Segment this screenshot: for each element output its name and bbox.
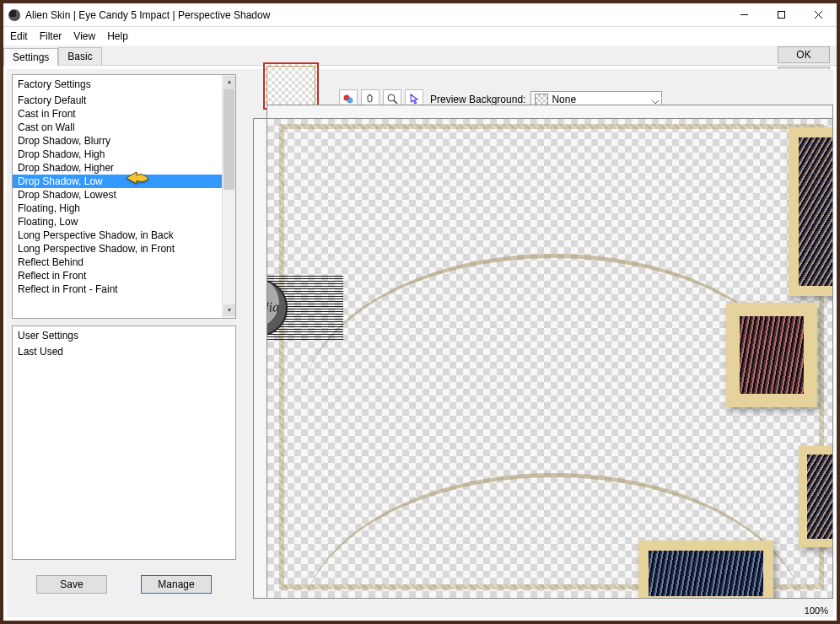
tab-basic[interactable]: Basic: [58, 47, 101, 65]
artwork-picture: [799, 446, 833, 547]
artwork-picture: [789, 127, 833, 296]
svg-rect-1: [778, 12, 784, 19]
preview-canvas[interactable]: claudia: [267, 118, 833, 599]
save-button[interactable]: Save: [36, 575, 107, 594]
close-button[interactable]: [800, 4, 837, 26]
tab-settings[interactable]: Settings: [3, 48, 58, 66]
list-item[interactable]: Cast on Wall: [13, 121, 235, 134]
right-panel: Preview Background: None: [245, 69, 833, 617]
ruler-vertical: [253, 118, 267, 599]
list-item[interactable]: Drop Shadow, Low: [13, 175, 235, 188]
scroll-thumb[interactable]: [223, 89, 234, 190]
bottom-buttons: Save Manage: [12, 575, 236, 594]
list-item[interactable]: Floating, Low: [13, 215, 235, 229]
watermark-text: claudia: [267, 299, 279, 316]
menu-edit[interactable]: Edit: [10, 30, 28, 42]
svg-point-6: [388, 94, 395, 101]
factory-settings-list[interactable]: Factory Settings Factory DefaultCast in …: [12, 74, 236, 319]
menubar: Edit Filter View Help: [3, 27, 837, 46]
maximize-button[interactable]: [762, 4, 800, 26]
titlebar: Alien Skin | Eye Candy 5 Impact | Perspe…: [3, 3, 837, 27]
svg-line-7: [394, 100, 397, 104]
scroll-down-icon[interactable]: ▾: [223, 304, 235, 316]
window-title: Alien Skin | Eye Candy 5 Impact | Perspe…: [25, 9, 725, 21]
list-item[interactable]: Reflect in Front: [13, 269, 235, 282]
scrollbar[interactable]: ▴ ▾: [222, 75, 235, 318]
factory-settings-header: Factory Settings: [13, 75, 235, 94]
preview-thumbnail[interactable]: [263, 62, 319, 110]
list-item[interactable]: Drop Shadow, High: [13, 148, 235, 161]
menu-view[interactable]: View: [73, 30, 95, 42]
list-item[interactable]: Reflect Behind: [13, 256, 235, 269]
scroll-up-icon[interactable]: ▴: [223, 76, 235, 88]
list-item[interactable]: Drop Shadow, Blurry: [13, 134, 235, 148]
list-item[interactable]: Drop Shadow, Higher: [13, 161, 235, 175]
menu-filter[interactable]: Filter: [40, 30, 62, 42]
list-item[interactable]: Reflect in Front - Faint: [13, 282, 235, 296]
preview-bg-value: None: [552, 94, 576, 105]
tabs-row: Settings Basic OK Cancel: [3, 46, 837, 66]
window-buttons: [725, 4, 837, 26]
artwork-picture: [726, 303, 817, 407]
artwork-picture: [638, 541, 773, 599]
list-item[interactable]: Floating, High: [13, 202, 235, 215]
manage-button[interactable]: Manage: [141, 575, 212, 594]
user-settings-list[interactable]: User Settings Last Used: [12, 325, 236, 560]
app-icon: [8, 9, 20, 21]
menu-help[interactable]: Help: [107, 30, 128, 42]
chevron-down-icon: [652, 96, 659, 103]
list-item[interactable]: Drop Shadow, Lowest: [13, 188, 235, 202]
checker-swatch-icon: [535, 94, 548, 105]
list-item[interactable]: Cast in Front: [13, 107, 235, 121]
minimize-button[interactable]: [725, 4, 762, 26]
ruler-horizontal: [267, 105, 833, 118]
left-panel: Factory Settings Factory DefaultCast in …: [7, 69, 241, 617]
preview-bg-label: Preview Background:: [430, 94, 525, 105]
user-settings-header: User Settings: [13, 326, 235, 345]
list-item[interactable]: Last Used: [13, 345, 235, 358]
list-item[interactable]: Factory Default: [13, 94, 235, 107]
svg-point-5: [347, 98, 353, 104]
list-item[interactable]: Long Perspective Shadow, in Front: [13, 242, 235, 256]
list-item[interactable]: Long Perspective Shadow, in Back: [13, 229, 235, 242]
zoom-level: 100%: [805, 605, 828, 616]
ok-button[interactable]: OK: [778, 46, 830, 63]
